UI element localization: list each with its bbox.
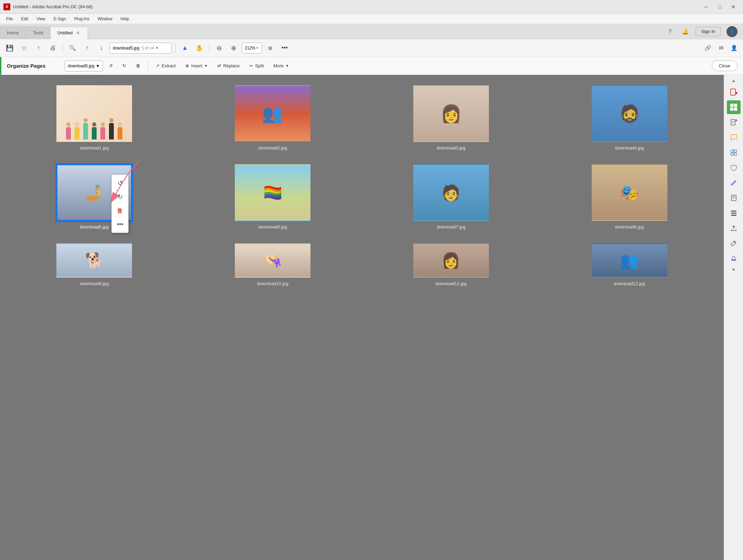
split-label: Split <box>255 63 264 68</box>
minimize-button[interactable]: ─ <box>700 2 712 12</box>
cursor-tool-button[interactable]: ▲ <box>179 42 191 54</box>
page-item-12[interactable]: 👥 download12.jpg <box>592 243 667 286</box>
zoom-dropdown-icon[interactable]: ▼ <box>255 46 259 50</box>
more-button[interactable]: More ▼ <box>270 60 293 72</box>
sidebar-icon-add-pdf[interactable] <box>727 85 741 99</box>
prev-page-button[interactable]: ↑ <box>81 42 93 54</box>
close-button[interactable]: Close <box>712 60 737 71</box>
organize-title: Organize Pages <box>7 63 62 69</box>
sidebar-icon-pages[interactable] <box>727 191 741 205</box>
profile-icon[interactable]: 👤 <box>726 26 737 37</box>
close-button[interactable]: ✕ <box>727 2 740 12</box>
file-name-display[interactable]: download5.jpg 5 of 14 ▼ <box>110 43 172 54</box>
page-item-3[interactable]: 👩 download3.jpg <box>413 85 489 150</box>
maximize-button[interactable]: □ <box>713 2 726 12</box>
svg-rect-6 <box>730 108 733 111</box>
menu-file[interactable]: File <box>3 15 16 23</box>
tab-home[interactable]: Home <box>0 26 26 39</box>
tab-tools-label: Tools <box>33 30 43 35</box>
page-item-11[interactable]: 👩 download11.jpg <box>413 243 489 286</box>
page-item-8[interactable]: 🎭 download8.jpg <box>592 164 667 229</box>
pages-area[interactable]: download1.jpg 👥 download2.jpg 👩 download… <box>0 75 724 560</box>
menu-view[interactable]: View <box>33 15 49 23</box>
sign-in-button[interactable]: Sign In <box>696 27 721 36</box>
bookmark-button[interactable]: ☆ <box>18 42 30 54</box>
menu-edit[interactable]: Edit <box>18 15 32 23</box>
sidebar-scroll-up[interactable]: ▲ <box>729 78 739 84</box>
sidebar-icon-edit-pdf[interactable] <box>727 236 741 250</box>
extract-button[interactable]: ↗ Extract <box>152 60 179 72</box>
replace-button[interactable]: ⇄ Replace <box>214 60 243 72</box>
sidebar-icon-scan[interactable] <box>727 146 741 159</box>
context-more-button[interactable]: ••• <box>113 218 127 231</box>
page-item-9[interactable]: 🐕 download9.jpg <box>56 243 132 286</box>
upload-button[interactable]: ↑ <box>32 42 45 54</box>
organize-bar: Organize Pages download5.jpg ▼ ↺ ↻ 🗑 ↗ E… <box>0 57 743 75</box>
zoom-plus-button[interactable]: ⊕ <box>227 42 240 54</box>
svg-rect-7 <box>734 108 737 111</box>
next-page-button[interactable]: ↓ <box>95 42 108 54</box>
context-delete-button[interactable]: 🗑 <box>113 204 127 217</box>
organize-file-select[interactable]: download5.jpg ▼ <box>65 60 103 71</box>
page-item-7[interactable]: 🧑 download7.jpg <box>413 164 489 229</box>
page-item-5[interactable]: 🤳 ↺ ↻ 🗑 ••• d <box>56 164 132 229</box>
zoom-display[interactable]: 212% ▼ <box>242 43 262 54</box>
sidebar-icon-comment[interactable] <box>727 131 741 144</box>
user-button[interactable]: 👤 <box>729 43 740 54</box>
insert-dropdown-icon: ▼ <box>204 64 208 68</box>
export-icon <box>730 119 737 126</box>
tab-close-button[interactable]: ✕ <box>75 30 81 36</box>
sidebar-icon-protect[interactable] <box>727 161 741 175</box>
notification-icon[interactable]: 🔔 <box>680 27 690 36</box>
sidebar-icon-more[interactable] <box>727 206 741 220</box>
tab-tools[interactable]: Tools <box>26 26 51 39</box>
extract-label: Extract <box>162 63 175 68</box>
fit-page-button[interactable]: ⊞ <box>264 42 276 54</box>
page-item-1[interactable]: download1.jpg <box>56 85 132 150</box>
extract-icon: ↗ <box>156 63 160 68</box>
zoom-out-search-button[interactable]: 🔍 <box>66 42 79 54</box>
toolbar-more-button[interactable]: ••• <box>278 42 291 54</box>
rotate-right-button[interactable]: ↻ <box>119 60 130 72</box>
right-sidebar: ▲ <box>724 75 743 560</box>
rotate-left-button[interactable]: ↺ <box>106 60 116 72</box>
insert-button[interactable]: ⊕ Insert ▼ <box>182 60 211 72</box>
tab-untitled[interactable]: Untitled ✕ <box>51 27 88 39</box>
email-button[interactable]: ✉ <box>715 43 726 54</box>
sidebar-icon-organize[interactable] <box>727 100 741 114</box>
organize-file-name: download5.jpg <box>68 64 94 68</box>
page-item-10[interactable]: 👒 download10.jpg <box>235 243 310 286</box>
file-dropdown-button[interactable]: ▼ <box>155 46 159 50</box>
svg-rect-15 <box>734 153 736 155</box>
menu-esign[interactable]: E-Sign <box>50 15 69 23</box>
print-button[interactable]: 🖨 <box>47 42 59 54</box>
sidebar-icon-upload[interactable] <box>727 221 741 235</box>
page-label-11: download11.jpg <box>435 281 467 286</box>
context-rotate-right-button[interactable]: ↻ <box>113 191 127 203</box>
page-item-4[interactable]: 🧔 download4.jpg <box>592 85 667 150</box>
sidebar-icon-export[interactable] <box>727 115 741 129</box>
menu-plugins[interactable]: Plug-Ins <box>71 15 93 23</box>
separator-1 <box>63 43 63 53</box>
svg-rect-13 <box>734 150 736 152</box>
sidebar-icon-stamp[interactable] <box>727 251 741 265</box>
hand-tool-button[interactable]: ✋ <box>193 42 206 54</box>
app-icon: A <box>3 3 10 10</box>
tab-home-label: Home <box>7 30 19 35</box>
link-button[interactable]: 🔗 <box>702 43 713 54</box>
sidebar-icon-sign[interactable] <box>727 176 741 190</box>
context-rotate-left-button[interactable]: ↺ <box>113 177 127 189</box>
sidebar-scroll-down[interactable]: ▼ <box>729 267 739 273</box>
menu-help[interactable]: Help <box>117 15 133 23</box>
stamp-icon <box>730 255 737 262</box>
split-button[interactable]: ✂ Split <box>246 60 267 72</box>
page-item-2[interactable]: 👥 download2.jpg <box>235 85 310 150</box>
title-bar: A Untitled - Adobe Acrobat Pro DC (64-bi… <box>0 0 743 14</box>
delete-page-button[interactable]: 🗑 <box>132 60 144 72</box>
save-button[interactable]: 💾 <box>3 42 16 54</box>
menu-window[interactable]: Window <box>94 15 116 23</box>
page-item-6[interactable]: 🏳️‍🌈 download6.jpg <box>235 164 310 229</box>
pages-icon <box>730 194 737 201</box>
help-icon[interactable]: ? <box>665 27 675 36</box>
zoom-minus-button[interactable]: ⊖ <box>213 42 225 54</box>
